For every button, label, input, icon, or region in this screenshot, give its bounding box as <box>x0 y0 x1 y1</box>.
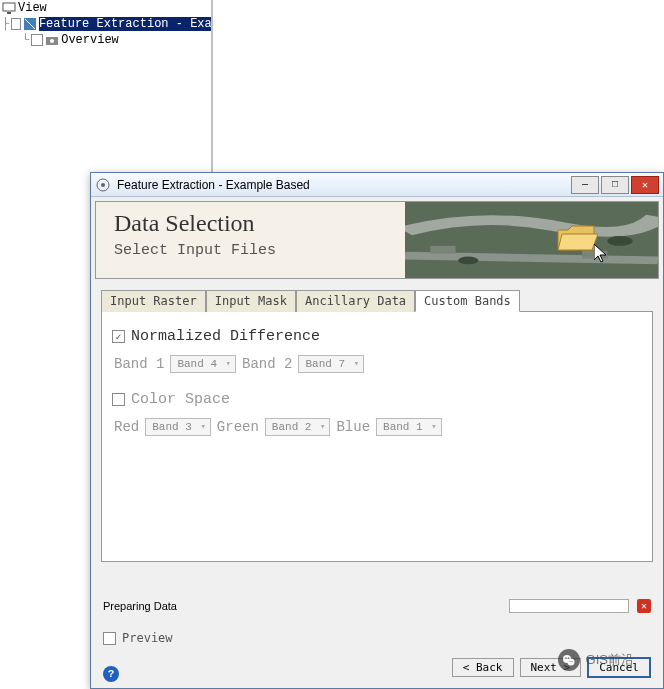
banner-subtitle: Select Input Files <box>114 242 276 259</box>
tree-connector-icon: ├ <box>2 17 9 31</box>
watermark-text: GIS前沿 <box>586 651 634 669</box>
maximize-button[interactable]: □ <box>601 176 629 194</box>
label-preview: Preview <box>122 631 173 645</box>
tab-custom-bands[interactable]: Custom Bands <box>415 290 520 312</box>
combo-green[interactable]: Band 2 <box>265 418 331 436</box>
folder-open-icon <box>554 220 598 256</box>
checkbox-normalized-difference[interactable] <box>112 330 125 343</box>
banner: Data Selection Select Input Files <box>95 201 659 279</box>
tab-input-mask[interactable]: Input Mask <box>206 290 296 312</box>
svg-point-16 <box>569 661 570 662</box>
titlebar[interactable]: Feature Extraction - Example Based — □ ✕ <box>91 173 663 197</box>
tree-item-label: Feature Extraction - Example Ba <box>39 17 211 31</box>
label-green: Green <box>217 419 259 435</box>
svg-point-10 <box>458 257 478 265</box>
tree-root[interactable]: View <box>0 0 211 16</box>
help-icon[interactable]: ? <box>103 666 119 682</box>
svg-point-13 <box>567 659 574 666</box>
combo-blue[interactable]: Band 1 <box>376 418 442 436</box>
close-button[interactable]: ✕ <box>631 176 659 194</box>
tab-ancillary-data[interactable]: Ancillary Data <box>296 290 415 312</box>
svg-point-17 <box>571 661 572 662</box>
tab-strip: Input Raster Input Mask Ancillary Data C… <box>101 289 653 312</box>
svg-rect-8 <box>430 246 455 254</box>
tree-child-label: Overview <box>61 33 119 47</box>
progress-bar <box>509 599 629 613</box>
svg-point-4 <box>50 39 54 43</box>
label-band2: Band 2 <box>242 356 292 372</box>
tree-item-overview[interactable]: └ Overview <box>0 32 211 48</box>
tree-checkbox[interactable] <box>11 18 21 30</box>
label-red: Red <box>114 419 139 435</box>
label-color-space: Color Space <box>131 391 230 408</box>
dialog-footer: Preparing Data ✕ Preview ? < Back Next >… <box>91 591 663 688</box>
camera-icon <box>45 33 59 47</box>
tree-root-label: View <box>18 1 47 15</box>
watermark: GIS前沿 <box>558 649 634 671</box>
label-band1: Band 1 <box>114 356 164 372</box>
tree-checkbox[interactable] <box>31 34 43 46</box>
minimize-button[interactable]: — <box>571 176 599 194</box>
svg-point-14 <box>565 657 567 659</box>
cursor-icon <box>594 244 610 264</box>
svg-point-11 <box>607 236 632 246</box>
app-icon <box>95 177 111 193</box>
layer-icon <box>23 17 37 31</box>
combo-red[interactable]: Band 3 <box>145 418 211 436</box>
tree-connector-icon: └ <box>22 33 29 47</box>
checkbox-preview[interactable] <box>103 632 116 645</box>
svg-rect-1 <box>7 12 11 14</box>
wechat-icon <box>558 649 580 671</box>
svg-point-15 <box>567 657 569 659</box>
back-button[interactable]: < Back <box>452 658 514 677</box>
monitor-icon <box>2 1 16 15</box>
svg-point-6 <box>101 183 105 187</box>
tab-content: Normalized Difference Band 1 Band 4 Band… <box>101 312 653 562</box>
label-normalized-difference: Normalized Difference <box>131 328 320 345</box>
status-text: Preparing Data <box>103 600 509 612</box>
banner-title: Data Selection <box>114 210 255 237</box>
tab-input-raster[interactable]: Input Raster <box>101 290 206 312</box>
svg-rect-0 <box>3 3 15 11</box>
checkbox-color-space[interactable] <box>112 393 125 406</box>
dialog-feature-extraction: Feature Extraction - Example Based — □ ✕… <box>90 172 664 689</box>
error-icon[interactable]: ✕ <box>637 599 651 613</box>
aerial-image <box>405 202 658 278</box>
window-controls: — □ ✕ <box>571 176 659 194</box>
label-blue: Blue <box>336 419 370 435</box>
combo-band1[interactable]: Band 4 <box>170 355 236 373</box>
tree-item-feature-extraction[interactable]: ├ Feature Extraction - Example Ba <box>0 16 211 32</box>
combo-band2[interactable]: Band 7 <box>298 355 364 373</box>
dialog-title: Feature Extraction - Example Based <box>117 178 571 192</box>
